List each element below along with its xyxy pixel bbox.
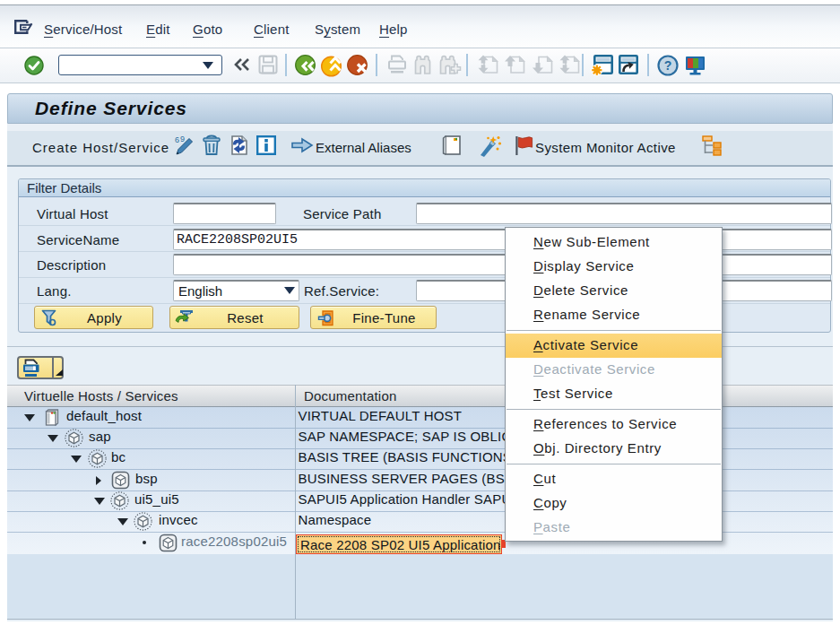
svg-text:?: ? xyxy=(664,58,672,73)
svg-text:6: 6 xyxy=(175,135,179,144)
svg-text:9: 9 xyxy=(180,135,185,143)
